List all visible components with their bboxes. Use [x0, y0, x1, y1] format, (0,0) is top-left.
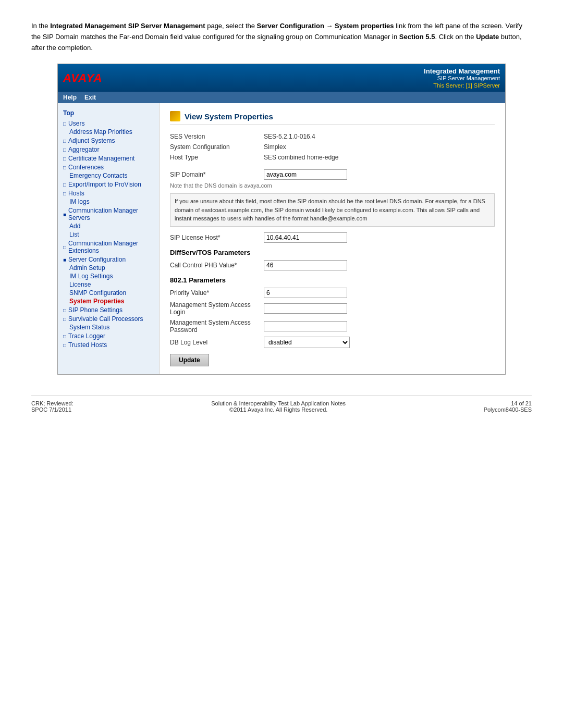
expand-icon-sip-phone: □ [63, 307, 66, 313]
nav-exit[interactable]: Exit [84, 94, 96, 101]
sidebar-item-users[interactable]: □ Users [58, 119, 159, 128]
app-header: AVAYA Integrated Management SIP Server M… [58, 64, 505, 92]
sidebar-top[interactable]: Top [58, 107, 159, 119]
footer-left1: CRK; Reviewed: [31, 400, 74, 406]
sidebar-label-survivable: Survivable Call Processors [68, 315, 143, 323]
nav-help[interactable]: Help [63, 94, 77, 101]
mgmt-login-row: Management System Access Login [170, 300, 495, 317]
sip-license-row: SIP License Host* [170, 231, 495, 244]
mgmt-password-input[interactable] [264, 321, 347, 331]
system-config-label: System Configuration [170, 143, 264, 151]
sidebar-item-trusted[interactable]: □ Trusted Hosts [58, 340, 159, 349]
priority-label: Priority Value* [170, 289, 264, 297]
call-control-row: Call Control PHB Value* [170, 258, 495, 272]
sidebar-item-emergency[interactable]: Emergency Contacts [58, 171, 159, 180]
sidebar: Top □ Users Address Map Priorities □ Adj… [58, 103, 160, 374]
sidebar-item-adjunct[interactable]: □ Adjunct Systems [58, 136, 159, 145]
sidebar-item-cm-extensions[interactable]: □ Communication Manager Extensions [58, 239, 159, 255]
sidebar-item-cm-servers[interactable]: ■ Communication Manager Servers [58, 206, 159, 222]
system-config-row: System Configuration Simplex [170, 142, 495, 152]
sidebar-item-cm-add[interactable]: Add [58, 222, 159, 230]
expand-icon-conferences: □ [63, 165, 66, 170]
sidebar-label-trace: Trace Logger [68, 332, 105, 340]
sidebar-label-adjunct: Adjunct Systems [68, 137, 115, 144]
ses-version-label: SES Version [170, 133, 264, 140]
sidebar-item-system-props[interactable]: System Properties [58, 297, 159, 305]
sip-domain-help: If you are unsure about this field, most… [170, 193, 495, 227]
expand-icon-cm-servers: ■ [63, 212, 66, 217]
host-type-label: Host Type [170, 154, 264, 161]
sip-domain-label: SIP Domain* [170, 171, 264, 178]
priority-row: Priority Value* [170, 286, 495, 300]
page-title-icon [170, 111, 180, 121]
content-area: Top □ Users Address Map Priorities □ Adj… [58, 103, 505, 374]
dot1-header: 802.1 Parameters [170, 276, 495, 284]
sidebar-label-server-config: Server Configuration [68, 256, 126, 263]
db-log-select[interactable]: disabled enabled verbose [264, 337, 350, 348]
system-info-section: SES Version SES-5.2.1.0-016.4 System Con… [170, 131, 495, 163]
server-info: This Server: [1] SIPServer [424, 82, 500, 89]
expand-icon-aggregator: □ [63, 147, 66, 153]
sidebar-item-aggregator[interactable]: □ Aggregator [58, 145, 159, 154]
update-button[interactable]: Update [170, 354, 209, 366]
call-control-input[interactable] [264, 260, 347, 270]
main-content: View System Properties SES Version SES-5… [160, 103, 505, 374]
sidebar-item-system-status[interactable]: System Status [58, 323, 159, 331]
expand-icon-adjunct: □ [63, 138, 66, 144]
sip-license-input[interactable] [264, 232, 347, 243]
sidebar-label-cert: Certificate Management [68, 155, 134, 162]
mgmt-login-label: Management System Access Login [170, 301, 264, 316]
page-title-row: View System Properties [170, 111, 495, 125]
sidebar-label-export: Export/Import to ProVision [68, 181, 141, 188]
sidebar-item-imlogs[interactable]: IM logs [58, 198, 159, 206]
expand-icon-cm-ext: □ [63, 244, 66, 250]
sidebar-label-users: Users [68, 120, 84, 127]
sidebar-item-survivable[interactable]: □ Survivable Call Processors [58, 314, 159, 323]
expand-icon-cert: □ [63, 156, 66, 162]
sidebar-label-aggregator: Aggregator [68, 146, 99, 153]
footer-right: 14 of 21 Polycom8400-SES [484, 400, 532, 413]
sidebar-item-conferences[interactable]: □ Conferences [58, 163, 159, 171]
nav-bar: Help Exit [58, 92, 505, 103]
mgmt-password-row: Management System Access Password [170, 317, 495, 335]
footer-center2: ©2011 Avaya Inc. All Rights Reserved. [211, 406, 346, 413]
sidebar-item-hosts[interactable]: □ Hosts [58, 189, 159, 198]
diffserv-header: DiffServ/TOS Parameters [170, 249, 495, 256]
sidebar-label-cm-ext: Communication Manager Extensions [68, 240, 155, 254]
sidebar-item-address-map[interactable]: Address Map Priorities [58, 128, 159, 136]
host-type-row: Host Type SES combined home-edge [170, 152, 495, 163]
mgmt-password-label: Management System Access Password [170, 319, 264, 334]
page-title: View System Properties [185, 112, 273, 121]
sidebar-label-sip-phone: SIP Phone Settings [68, 306, 123, 314]
sidebar-item-server-config[interactable]: ■ Server Configuration [58, 255, 159, 264]
expand-icon-hosts: □ [63, 191, 66, 196]
priority-input[interactable] [264, 288, 347, 298]
mgmt-login-input[interactable] [264, 303, 347, 314]
sidebar-label-hosts: Hosts [68, 190, 84, 197]
sidebar-item-cm-list[interactable]: List [58, 230, 159, 239]
ses-version-row: SES Version SES-5.2.1.0-016.4 [170, 131, 495, 142]
sidebar-item-im-log-settings[interactable]: IM Log Settings [58, 272, 159, 280]
expand-icon-survivable: □ [63, 316, 66, 322]
expand-icon-server-config: ■ [63, 257, 66, 263]
expand-icon-users: □ [63, 121, 66, 127]
sidebar-item-cert[interactable]: □ Certificate Management [58, 154, 159, 163]
sidebar-item-license[interactable]: License [58, 280, 159, 289]
page-footer: CRK; Reviewed: SPOC 7/1/2011 Solution & … [31, 396, 532, 413]
footer-center: Solution & Interoperability Test Lab App… [211, 400, 346, 413]
sip-domain-row: SIP Domain* [170, 168, 495, 181]
footer-center1: Solution & Interoperability Test Lab App… [211, 400, 346, 406]
footer-left2: SPOC 7/1/2011 [31, 406, 74, 413]
sidebar-item-admin-setup[interactable]: Admin Setup [58, 264, 159, 272]
footer-right1: 14 of 21 [484, 400, 532, 406]
sidebar-item-snmp[interactable]: SNMP Configuration [58, 289, 159, 297]
host-type-value: SES combined home-edge [264, 154, 338, 161]
header-title2: SIP Server Management [424, 75, 500, 81]
sidebar-item-export[interactable]: □ Export/Import to ProVision [58, 180, 159, 189]
intro-paragraph: In the Integrated Management SIP Server … [31, 21, 532, 53]
app-frame: AVAYA Integrated Management SIP Server M… [57, 64, 506, 375]
sidebar-item-trace[interactable]: □ Trace Logger [58, 331, 159, 340]
sidebar-item-sip-phone[interactable]: □ SIP Phone Settings [58, 305, 159, 314]
sip-domain-input[interactable] [264, 169, 347, 180]
header-title1: Integrated Management [424, 67, 500, 75]
